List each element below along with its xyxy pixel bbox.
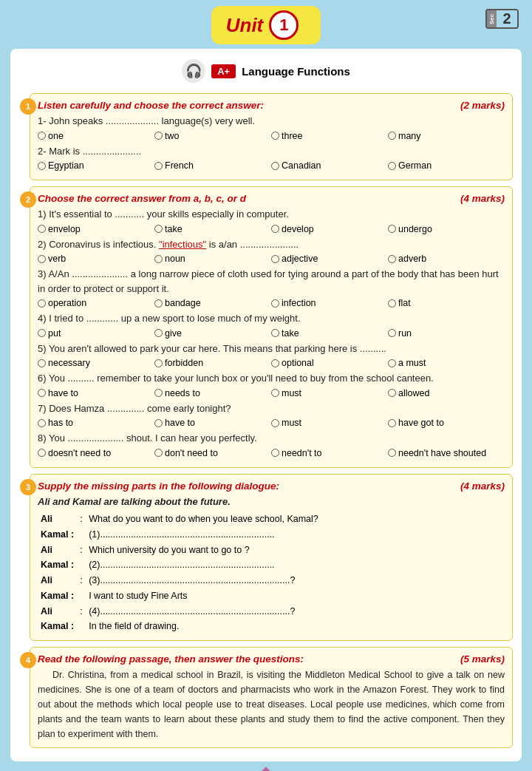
radio-icon <box>388 419 396 427</box>
q1-opt-many[interactable]: many <box>388 131 505 141</box>
q1-marks: (2 marks) <box>460 100 505 111</box>
q2-opt[interactable]: give <box>154 328 271 339</box>
q2-title: Choose the correct answer from a, b, c, … <box>38 193 246 204</box>
radio-icon <box>271 255 279 263</box>
page-header: Unit 1 Sec 2 <box>7 6 525 44</box>
q2-item7-options: has to have to must have got to <box>38 418 505 428</box>
radio-icon <box>388 299 396 308</box>
q2-opt[interactable]: take <box>271 328 388 339</box>
q2-opt[interactable]: must <box>271 388 388 398</box>
q2-opt[interactable]: run <box>388 328 505 339</box>
q1-sub2-options: Egyptian French Canadian German <box>38 160 505 171</box>
radio-icon <box>38 449 46 457</box>
q1-opt-one-label: one <box>48 131 64 141</box>
q1-opt-one[interactable]: one <box>38 131 154 141</box>
sec-box: Sec 2 <box>485 9 519 29</box>
q2-opt[interactable]: forbidden <box>154 358 271 368</box>
radio-icon <box>154 299 163 308</box>
speaker-kamal-1: Kamal : <box>38 527 77 543</box>
q2-opt[interactable]: have to <box>38 388 154 398</box>
question-block-1: 1 Listen carefully and choose the correc… <box>30 93 513 180</box>
q2-opt[interactable]: a must <box>388 358 505 368</box>
q2-opt[interactable]: allowed <box>388 388 505 398</box>
dialogue-table: Ali : What do you want to do when you le… <box>38 512 505 634</box>
q2-opt[interactable]: adjective <box>271 254 388 264</box>
q2-opt[interactable]: verb <box>38 254 154 264</box>
q2-opt[interactable]: needn't to <box>271 448 388 458</box>
q1-opt-three[interactable]: three <box>271 131 388 141</box>
radio-icon <box>38 225 46 233</box>
q2-opt[interactable]: envelop <box>38 224 154 234</box>
q2-opt[interactable]: must <box>271 418 388 428</box>
q2-opt[interactable]: optional <box>271 358 388 368</box>
q2-opt[interactable]: has to <box>38 418 154 428</box>
q2-item8-text: 8) You ..................... shout. I ca… <box>38 431 505 446</box>
q1-opt-french-label: French <box>165 160 194 171</box>
radio-icon <box>388 449 396 457</box>
sec-label: Sec <box>487 10 497 27</box>
q2-opt[interactable]: put <box>38 328 154 339</box>
q2-opt[interactable]: don't need to <box>154 448 271 458</box>
q2-item1-options: envelop take develop undergo <box>38 224 505 234</box>
q2-opt[interactable]: develop <box>271 224 388 234</box>
q2-opt[interactable]: operation <box>38 298 154 308</box>
main-card: 🎧 A+ Language Functions 1 Listen careful… <box>10 49 522 761</box>
speaker-kamal-2: Kamal : <box>38 557 77 573</box>
q1-opt-canadian-label: Canadian <box>282 160 321 171</box>
q2-opt[interactable]: needn't have shouted <box>388 448 505 458</box>
dialogue-row: Kamal : (1).............................… <box>38 527 505 543</box>
q4-title: Read the following passage, then answer … <box>38 653 304 665</box>
q1-opt-egyptian[interactable]: Egyptian <box>38 160 154 171</box>
radio-icon <box>38 389 46 397</box>
radio-icon <box>271 359 279 367</box>
q3-title: Supply the missing parts in the followin… <box>38 480 279 492</box>
q1-number: 1 <box>20 98 36 115</box>
q2-opt[interactable]: take <box>154 224 271 234</box>
q2-item2-options: verb noun adjective adverb <box>38 254 505 264</box>
radio-icon <box>154 449 163 457</box>
dialogue-row: Ali : What do you want to do when you le… <box>38 512 505 527</box>
q2-opt[interactable]: undergo <box>388 224 505 234</box>
q1-opt-french[interactable]: French <box>154 160 271 171</box>
q2-opt[interactable]: have to <box>154 418 271 428</box>
dialogue-row: Kamal : I want to study Fine Arts <box>38 588 505 604</box>
q1-opt-two[interactable]: two <box>154 131 271 141</box>
unit-number: 1 <box>269 10 299 40</box>
headphone-icon: 🎧 <box>182 59 205 83</box>
dialogue-text-6: I want to study Fine Arts <box>86 588 505 604</box>
q2-opt[interactable]: necessary <box>38 358 154 368</box>
q2-opt[interactable]: adverb <box>388 254 505 264</box>
q2-item4-options: put give take run <box>38 328 505 339</box>
radio-icon <box>271 329 279 337</box>
radio-icon <box>388 329 396 337</box>
colon <box>77 557 86 573</box>
q4-marks: (5 marks) <box>460 653 505 665</box>
radio-icon <box>154 162 163 170</box>
dialogue-text-1: What do you want to do when you leave sc… <box>86 512 505 527</box>
q1-opt-two-label: two <box>165 131 179 141</box>
q2-opt[interactable]: doesn't need to <box>38 448 154 458</box>
speaker-ali-1: Ali <box>38 512 77 527</box>
dialogue-row: Kamal : (2).............................… <box>38 557 505 573</box>
q2-opt[interactable]: flat <box>388 298 505 308</box>
q2-opt[interactable]: infection <box>271 298 388 308</box>
q1-opt-german[interactable]: German <box>388 160 505 171</box>
q1-sub2-text: 2- Mark is ...................... <box>38 144 505 159</box>
q2-opt[interactable]: noun <box>154 254 271 264</box>
q1-opt-canadian[interactable]: Canadian <box>271 160 388 171</box>
radio-icon <box>388 255 396 263</box>
section-title: Language Functions <box>242 65 350 78</box>
q2-item5-text: 5) You aren't allowed to park your car h… <box>38 342 505 356</box>
q2-opt[interactable]: have got to <box>388 418 505 428</box>
radio-icon <box>388 162 396 170</box>
q3-number: 3 <box>20 479 36 495</box>
radio-icon <box>38 299 46 308</box>
q2-opt[interactable]: needs to <box>154 388 271 398</box>
radio-icon <box>271 389 279 397</box>
radio-icon <box>38 419 46 427</box>
q2-opt[interactable]: bandage <box>154 298 271 308</box>
q3-subtitle: Ali and Kamal are talking about the futu… <box>38 495 505 509</box>
q1-opt-many-label: many <box>398 131 421 141</box>
section-header: 🎧 A+ Language Functions <box>19 56 513 86</box>
dialogue-text-5: (3).....................................… <box>86 573 505 588</box>
